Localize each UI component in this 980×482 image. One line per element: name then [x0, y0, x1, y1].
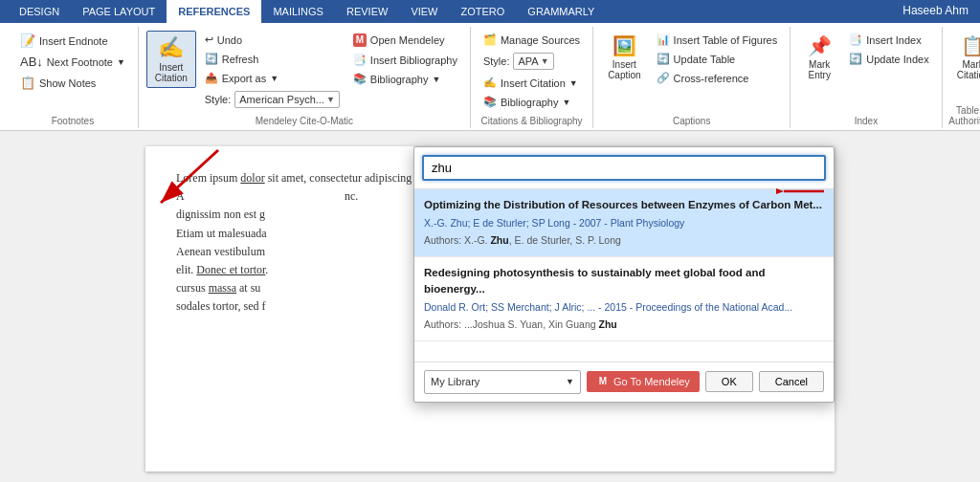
citations-btns: 🗂️ Manage Sources Style: APA ▼ ✍️ Insert…: [479, 31, 585, 111]
refresh-label: Refresh: [222, 54, 259, 65]
group-footnotes: 📝 Insert Endnote AB↓ Next Footnote ▼ 📋 S…: [8, 27, 139, 128]
manage-sources-icon: 🗂️: [483, 33, 497, 46]
style-row: Style: American Psych... ▼: [200, 88, 345, 111]
show-notes-label: Show Notes: [39, 77, 96, 89]
insert-index-label: Insert Index: [866, 34, 921, 46]
insert-index-icon: 📑: [849, 33, 862, 46]
footnotes-btn-col: 📝 Insert Endnote AB↓ Next Footnote ▼ 📋 S…: [15, 31, 130, 93]
insert-citation-button[interactable]: ✍️ Insert Citation: [146, 31, 196, 88]
citations-bibliography-icon: 📚: [483, 96, 497, 108]
result-title-1: Optimizing the Distribution of Resources…: [424, 197, 824, 213]
cross-reference-icon: 🔗: [657, 72, 670, 84]
citations-bibliography-button[interactable]: 📚 Bibliography ▼: [479, 93, 585, 111]
citations-insert-label: Insert Citation: [501, 77, 566, 89]
open-mendeley-button[interactable]: M Open Mendeley: [348, 31, 462, 50]
dialog-footer: My Library ▼ M Go To Mendeley OK Cancel: [414, 362, 834, 402]
export-label: Export as: [222, 73, 266, 84]
citations-bib-chevron-icon: ▼: [563, 98, 571, 107]
insert-bibliography-icon: 📑: [353, 54, 367, 66]
export-chevron-icon: ▼: [270, 74, 278, 83]
citations-insert-chevron-icon: ▼: [569, 78, 578, 88]
insert-caption-label: Insert Caption: [608, 59, 640, 80]
style-dropdown[interactable]: American Psych... ▼: [234, 91, 340, 108]
citations-bibliography-label: Bibliography: [501, 97, 559, 108]
cancel-button[interactable]: Cancel: [759, 371, 824, 392]
cancel-label: Cancel: [775, 376, 808, 387]
toa-group-label: Table of Authoritie...: [943, 105, 980, 126]
tab-view[interactable]: VIEW: [399, 0, 449, 23]
citations-insert-icon: ✍️: [483, 77, 497, 89]
undo-button[interactable]: ↩ Undo: [200, 31, 345, 49]
cite-o-matic-label: Mendeley Cite-O-Matic: [139, 116, 470, 126]
refresh-icon: 🔄: [205, 53, 218, 65]
tab-page-layout[interactable]: PAGE LAYOUT: [71, 0, 167, 23]
result-item-1[interactable]: Optimizing the Distribution of Resources…: [414, 189, 834, 257]
tab-design[interactable]: DESIGN: [8, 0, 71, 23]
go-to-mendeley-button[interactable]: M Go To Mendeley: [587, 371, 700, 392]
tab-review[interactable]: REVIEW: [335, 0, 399, 23]
mendeley-footer-icon: M: [596, 375, 610, 388]
style-label: Style:: [205, 94, 232, 105]
tab-grammarly[interactable]: GRAMMARLY: [516, 0, 606, 23]
mendeley-right-col: M Open Mendeley 📑 Insert Bibliography 📚 …: [348, 31, 462, 88]
refresh-button[interactable]: 🔄 Refresh: [200, 50, 345, 68]
ok-label: OK: [722, 376, 737, 387]
insert-bibliography-button[interactable]: 📑 Insert Bibliography: [348, 51, 462, 69]
export-as-button[interactable]: 📤 Export as ▼: [200, 69, 345, 87]
tab-zotero[interactable]: ZOTERO: [450, 0, 517, 23]
library-label: My Library: [431, 374, 479, 390]
ok-button[interactable]: OK: [705, 371, 753, 392]
tab-mailings[interactable]: MAILINGS: [261, 0, 335, 23]
result-title-2: Redesigning photosynthesis to sustainabl…: [424, 265, 824, 298]
cite-o-matic-content: ✍️ Insert Citation ↩ Undo 🔄 Refresh 📤 Ex…: [146, 31, 462, 124]
cross-reference-label: Cross-reference: [674, 73, 749, 84]
undo-label: Undo: [217, 34, 242, 46]
mark-citation-label: Mark Citation: [957, 59, 980, 80]
go-to-mendeley-label: Go To Mendeley: [613, 376, 690, 387]
update-table-button[interactable]: 🔄 Update Table: [652, 50, 783, 68]
next-footnote-button[interactable]: AB↓ Next Footnote ▼: [15, 52, 130, 72]
insert-citation-label: Insert Citation: [155, 62, 188, 83]
group-captions: 🖼️ Insert Caption 📊 Insert Table of Figu…: [593, 27, 791, 128]
insert-table-figures-icon: 📊: [657, 33, 670, 46]
mark-citation-button[interactable]: 📋 Mark Citation: [950, 31, 980, 84]
open-mendeley-label: Open Mendeley: [370, 34, 445, 46]
insert-caption-button[interactable]: 🖼️ Insert Caption: [601, 31, 647, 84]
captions-content: 🖼️ Insert Caption 📊 Insert Table of Figu…: [601, 31, 782, 124]
insert-citation-icon: ✍️: [158, 35, 184, 60]
citation-search-input[interactable]: [422, 155, 826, 181]
library-chevron-icon: ▼: [566, 376, 574, 389]
manage-sources-button[interactable]: 🗂️ Manage Sources: [479, 31, 585, 49]
chevron-down-icon: ▼: [117, 57, 125, 67]
result-authors-1: Authors: X.-G. Zhu, E. de Sturler, S. P.…: [424, 233, 824, 249]
update-index-icon: 🔄: [849, 53, 862, 65]
index-btns: 📑 Insert Index 🔄 Update Index: [844, 31, 933, 68]
index-group-label: Index: [791, 116, 941, 126]
ribbon-content: 📝 Insert Endnote AB↓ Next Footnote ▼ 📋 S…: [0, 23, 980, 131]
mark-entry-label: Mark Entry: [805, 59, 834, 80]
insert-table-figures-button[interactable]: 📊 Insert Table of Figures: [652, 31, 783, 49]
library-dropdown[interactable]: My Library ▼: [424, 370, 581, 394]
insert-index-button[interactable]: 📑 Insert Index: [844, 31, 933, 49]
next-footnote-label: Next Footnote: [47, 56, 113, 68]
result-item-2[interactable]: Redesigning photosynthesis to sustainabl…: [414, 257, 834, 341]
document-page: Lorem ipsum dolor sit amet, consectetur …: [145, 146, 835, 471]
insert-endnote-button[interactable]: 📝 Insert Endnote: [15, 31, 130, 51]
ribbon-tabs-bar: DESIGN PAGE LAYOUT REFERENCES MAILINGS R…: [0, 0, 980, 23]
search-arrow-icon: [776, 182, 824, 201]
dialog-search-area: [414, 147, 834, 189]
mark-entry-button[interactable]: 📌 Mark Entry: [798, 31, 840, 84]
citations-insert-citation-button[interactable]: ✍️ Insert Citation ▼: [479, 74, 585, 92]
username: Haseeb Ahm: [902, 4, 969, 17]
bibliography-button[interactable]: 📚 Bibliography ▼: [348, 70, 462, 88]
result-meta-2: Donald R. Ort; SS Merchant; J Alric; ...…: [424, 300, 824, 316]
ribbon-tabs: DESIGN PAGE LAYOUT REFERENCES MAILINGS R…: [0, 0, 980, 23]
update-index-button[interactable]: 🔄 Update Index: [844, 50, 933, 68]
mendeley-btns-col: ↩ Undo 🔄 Refresh 📤 Export as ▼ Style: Am…: [200, 31, 345, 111]
show-notes-button[interactable]: 📋 Show Notes: [15, 73, 130, 93]
update-table-icon: 🔄: [657, 53, 670, 65]
cross-reference-button[interactable]: 🔗 Cross-reference: [652, 69, 783, 87]
apa-dropdown[interactable]: APA ▼: [513, 53, 553, 70]
tab-references[interactable]: REFERENCES: [167, 0, 261, 23]
manage-sources-label: Manage Sources: [501, 34, 580, 46]
